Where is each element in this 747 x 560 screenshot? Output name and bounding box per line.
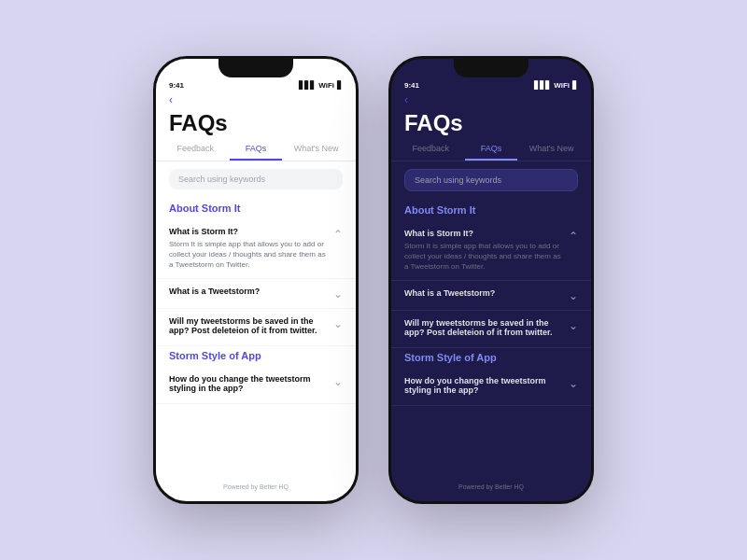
status-bar-dark: 9:41 ▋▋▋ WiFi ▋ bbox=[391, 77, 591, 91]
back-button-dark[interactable]: ‹ bbox=[391, 91, 591, 108]
faq-item-content-dark-2: What is a Tweetstorm? bbox=[404, 288, 563, 301]
tabs-light: Feedback FAQs What's New bbox=[156, 144, 356, 161]
time-dark: 9:41 bbox=[404, 81, 419, 90]
faq-item-dark-1[interactable]: What is Storm It? Storm It is simple app… bbox=[391, 221, 591, 281]
faq-question-dark-1: What is Storm It? bbox=[404, 229, 563, 238]
faq-item-content-light-2: What is a Tweetstorm? bbox=[169, 287, 328, 299]
faq-item-content-dark-1: What is Storm It? Storm It is simple app… bbox=[404, 229, 563, 273]
wifi-icon-light: WiFi bbox=[318, 81, 334, 90]
section-style-light: Storm Style of App bbox=[156, 346, 356, 367]
faq-item-dark-3[interactable]: Will my tweetstorms be saved in the app?… bbox=[391, 311, 591, 348]
faq-item-content-dark-3: Will my tweetstorms be saved in the app?… bbox=[404, 318, 563, 340]
status-bar-light: 9:41 ▋▋▋ WiFi ▋ bbox=[156, 77, 356, 91]
faq-item-dark-4[interactable]: How do you change the tweetstorm styling… bbox=[391, 369, 591, 406]
faq-question-dark-2: What is a Tweetstorm? bbox=[404, 288, 563, 298]
faq-chevron-up-dark-1: ⌃ bbox=[569, 230, 578, 243]
notch bbox=[218, 59, 293, 77]
faq-item-content-light-4: How do you change the tweetstorm styling… bbox=[169, 374, 328, 396]
page-title-light: FAQs bbox=[156, 108, 356, 144]
signal-icon-light: ▋▋▋ bbox=[299, 81, 316, 90]
faq-item-content-light-3: Will my tweetstorms be saved in the app?… bbox=[169, 316, 328, 338]
tab-feedback-light[interactable]: Feedback bbox=[169, 144, 222, 161]
search-bar-dark[interactable]: Search using keywords bbox=[404, 169, 578, 191]
tab-faqs-light[interactable]: FAQs bbox=[230, 144, 283, 161]
faq-item-dark-2[interactable]: What is a Tweetstorm? ⌄ bbox=[391, 281, 591, 311]
time-light: 9:41 bbox=[169, 81, 184, 90]
faq-item-light-4[interactable]: How do you change the tweetstorm styling… bbox=[156, 367, 356, 404]
phone-content-light: 9:41 ▋▋▋ WiFi ▋ ‹ FAQs Feedback FAQs Wha… bbox=[156, 59, 356, 501]
faq-chevron-down-dark-4: ⌄ bbox=[569, 377, 578, 390]
phone-content-dark: 9:41 ▋▋▋ WiFi ▋ ‹ FAQs Feedback FAQs Wha… bbox=[391, 59, 591, 501]
faq-question-light-3: Will my tweetstorms be saved in the app?… bbox=[169, 316, 328, 335]
footer-dark: Powered by Better HQ bbox=[391, 476, 591, 497]
battery-icon-light: ▋ bbox=[337, 81, 343, 90]
faq-chevron-down-dark-2: ⌄ bbox=[569, 289, 578, 302]
tab-faqs-dark[interactable]: FAQs bbox=[465, 144, 518, 161]
light-phone-wrapper: 9:41 ▋▋▋ WiFi ▋ ‹ FAQs Feedback FAQs Wha… bbox=[153, 56, 359, 504]
faq-item-content-dark-4: How do you change the tweetstorm styling… bbox=[404, 376, 563, 398]
notch-dark bbox=[454, 59, 529, 77]
light-phone: 9:41 ▋▋▋ WiFi ▋ ‹ FAQs Feedback FAQs Wha… bbox=[153, 56, 359, 504]
search-bar-light[interactable]: Search using keywords bbox=[169, 169, 343, 189]
faq-question-light-4: How do you change the tweetstorm styling… bbox=[169, 374, 328, 393]
tabs-dark: Feedback FAQs What's New bbox=[391, 144, 591, 161]
faq-item-light-2[interactable]: What is a Tweetstorm? ⌄ bbox=[156, 279, 356, 309]
section-about-light: About Storm It bbox=[156, 199, 356, 219]
faq-question-dark-3: Will my tweetstorms be saved in the app?… bbox=[404, 318, 563, 337]
section-about-dark: About Storm It bbox=[391, 201, 591, 221]
back-button-light[interactable]: ‹ bbox=[156, 91, 356, 108]
footer-light: Powered by Better HQ bbox=[156, 476, 356, 497]
battery-icon-dark: ▋ bbox=[572, 81, 578, 90]
faq-chevron-down-light-3: ⌄ bbox=[333, 317, 343, 330]
tab-feedback-dark[interactable]: Feedback bbox=[404, 144, 458, 161]
status-icons-dark: ▋▋▋ WiFi ▋ bbox=[534, 81, 578, 90]
faq-question-dark-4: How do you change the tweetstorm styling… bbox=[404, 376, 563, 395]
wifi-icon-dark: WiFi bbox=[554, 81, 570, 90]
faq-chevron-down-dark-3: ⌄ bbox=[569, 319, 578, 332]
faq-item-light-1[interactable]: What is Storm It? Storm It is simple app… bbox=[156, 219, 356, 279]
faq-answer-dark-1: Storm It is simple app that allows you t… bbox=[404, 241, 563, 273]
status-icons-light: ▋▋▋ WiFi ▋ bbox=[299, 81, 343, 90]
dark-phone: 9:41 ▋▋▋ WiFi ▋ ‹ FAQs Feedback FAQs Wha… bbox=[388, 56, 594, 504]
signal-icon-dark: ▋▋▋ bbox=[534, 81, 551, 90]
section-style-dark: Storm Style of App bbox=[391, 348, 591, 369]
faq-chevron-up-light-1: ⌃ bbox=[333, 228, 343, 241]
tab-whatsnew-dark[interactable]: What's New bbox=[525, 144, 578, 161]
faq-question-light-1: What is Storm It? bbox=[169, 227, 328, 236]
faq-answer-light-1: Storm It is simple app that allows you t… bbox=[169, 239, 328, 271]
dark-phone-wrapper: 9:41 ▋▋▋ WiFi ▋ ‹ FAQs Feedback FAQs Wha… bbox=[388, 56, 594, 504]
page-title-dark: FAQs bbox=[391, 108, 591, 144]
tab-whatsnew-light[interactable]: What's New bbox=[289, 144, 343, 161]
faq-item-content-light-1: What is Storm It? Storm It is simple app… bbox=[169, 227, 328, 271]
faq-item-light-3[interactable]: Will my tweetstorms be saved in the app?… bbox=[156, 309, 356, 346]
faq-chevron-down-light-4: ⌄ bbox=[333, 375, 343, 388]
faq-question-light-2: What is a Tweetstorm? bbox=[169, 287, 328, 296]
faq-chevron-down-light-2: ⌄ bbox=[333, 287, 343, 301]
